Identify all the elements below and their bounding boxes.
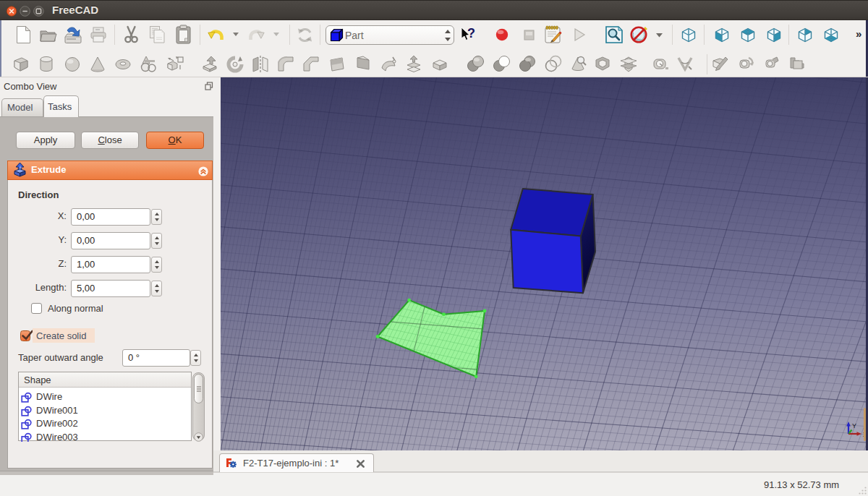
svg-text:?: ? (467, 26, 475, 40)
svg-text:Y: Y (852, 422, 856, 429)
